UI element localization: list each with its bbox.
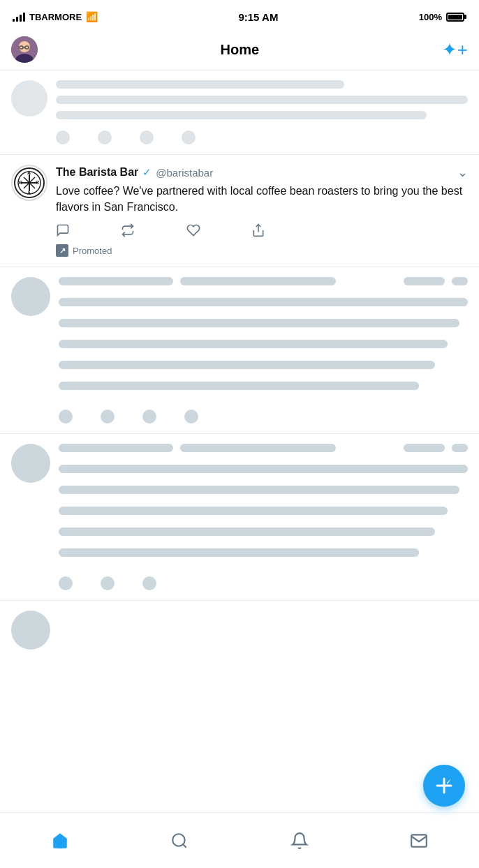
status-bar: TBARMORE 📶 9:15 AM 100% — [0, 0, 479, 31]
avatar-image — [11, 36, 38, 63]
promoted-label: ↗ Promoted — [56, 244, 468, 257]
skeleton-tweet-2 — [0, 267, 479, 434]
comment-button[interactable] — [56, 223, 70, 237]
status-right: 100% — [419, 12, 466, 22]
promoted-icon: ↗ — [56, 244, 68, 257]
svg-text:A: A — [27, 190, 31, 195]
svg-text:R: R — [36, 180, 39, 185]
nav-notifications[interactable] — [277, 826, 323, 855]
tweet-header: The Barista Bar ✓ @baristabar ⌄ — [56, 165, 468, 180]
retweet-button[interactable] — [121, 223, 135, 237]
wifi-icon: 📶 — [86, 11, 98, 22]
header: Home ✦+ — [0, 31, 479, 70]
page-title: Home — [221, 42, 260, 58]
svg-text:B: B — [19, 180, 22, 185]
nav-home[interactable] — [37, 826, 83, 855]
sparkle-icon[interactable]: ✦+ — [442, 40, 468, 59]
skeleton-avatar-3 — [11, 444, 50, 483]
skeleton-actions — [56, 130, 468, 144]
skeleton-content-2 — [59, 277, 468, 424]
status-time: 9:15 AM — [238, 11, 278, 23]
promoted-text: Promoted — [73, 246, 112, 256]
skeleton-avatar-2 — [11, 277, 50, 316]
compose-button[interactable] — [423, 765, 465, 807]
svg-point-19 — [173, 834, 185, 846]
barista-avatar[interactable]: B A R A — [11, 165, 47, 201]
skeleton-avatar — [11, 80, 47, 117]
bottom-nav — [0, 812, 479, 868]
dropdown-icon[interactable]: ⌄ — [457, 165, 468, 180]
verified-badge: ✓ — [142, 166, 152, 179]
tweet-handle: @baristabar — [156, 167, 213, 179]
skeleton-content-partial — [59, 611, 468, 638]
battery-label: 100% — [419, 12, 442, 22]
barista-logo-svg: B A R A — [14, 167, 45, 198]
skeleton-line — [56, 96, 468, 104]
skeleton-avatar-partial — [11, 611, 50, 650]
skeleton-tweet-1 — [0, 70, 479, 155]
skeleton-content — [56, 80, 468, 144]
bell-icon — [290, 832, 309, 850]
carrier-label: TBARMORE — [29, 12, 82, 22]
search-icon — [170, 832, 189, 850]
barista-tweet: B A R A The Barista Bar ✓ @baristabar ⌄ … — [0, 155, 479, 267]
like-button[interactable] — [186, 223, 200, 237]
svg-line-20 — [183, 844, 186, 848]
skeleton-line — [56, 80, 344, 89]
share-icon — [251, 223, 265, 237]
mail-icon — [410, 832, 428, 850]
skeleton-tweet-3 — [0, 434, 479, 601]
battery-icon — [446, 13, 466, 22]
retweet-icon — [121, 223, 135, 237]
compose-icon — [434, 775, 455, 796]
comment-icon — [56, 223, 70, 237]
tweet-user-info: The Barista Bar ✓ @baristabar — [56, 166, 213, 179]
tweet-text: Love coffee? We've partnered with local … — [56, 183, 468, 215]
skeleton-tweet-partial — [0, 601, 479, 652]
svg-text:A: A — [27, 170, 31, 175]
tweet-body: The Barista Bar ✓ @baristabar ⌄ Love cof… — [56, 165, 468, 257]
status-left: TBARMORE 📶 — [13, 11, 98, 22]
signal-icon — [13, 12, 25, 22]
tweet-display-name: The Barista Bar — [56, 166, 138, 179]
nav-search[interactable] — [156, 826, 202, 855]
like-icon — [186, 223, 200, 237]
home-icon — [51, 832, 69, 850]
tweet-actions — [56, 223, 265, 237]
skeleton-content-3 — [59, 444, 468, 590]
skeleton-actions-2 — [59, 410, 468, 424]
skeleton-line — [56, 111, 427, 119]
user-avatar[interactable] — [11, 36, 38, 63]
share-button[interactable] — [251, 223, 265, 237]
skeleton-actions-3 — [59, 576, 468, 590]
nav-messages[interactable] — [396, 826, 442, 855]
